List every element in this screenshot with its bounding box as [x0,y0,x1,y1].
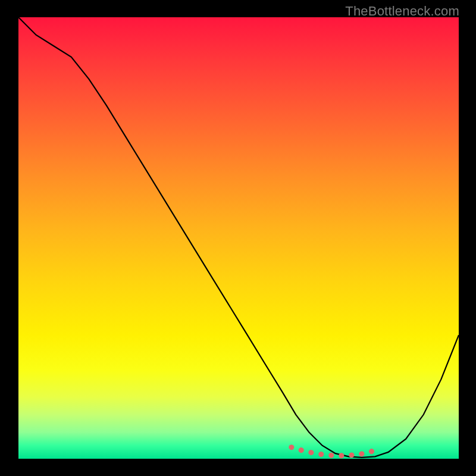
optimal-range-dots [18,17,459,459]
dots-path [292,447,380,456]
chart-frame: TheBottleneck.com [0,0,476,476]
